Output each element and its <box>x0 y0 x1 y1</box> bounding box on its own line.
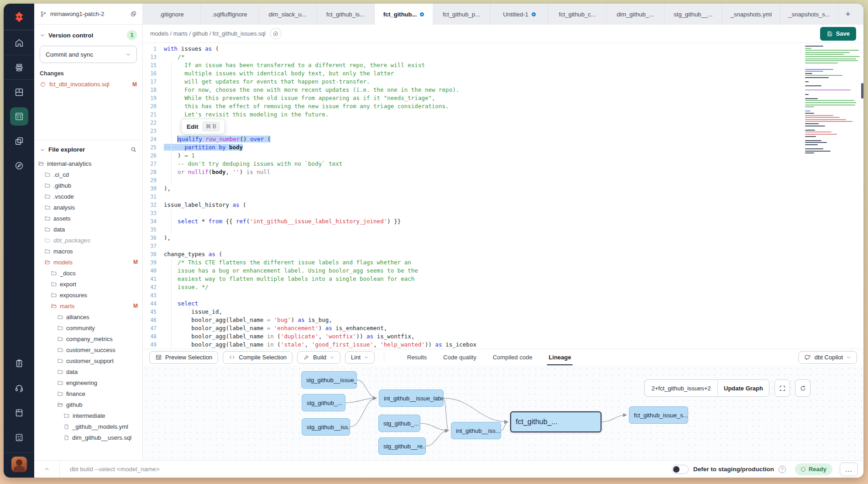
line-number[interactable]: 37 <box>143 242 157 250</box>
file-tree-item[interactable]: github <box>38 399 142 410</box>
line-number[interactable]: 21 <box>143 110 157 119</box>
changed-file-item[interactable]: fct_dbt_invocations.sqlM <box>40 81 137 88</box>
editor-tab[interactable]: fct_github_p... <box>433 4 491 25</box>
explore-compass-icon[interactable] <box>4 153 34 178</box>
collapse-command-bar-button[interactable] <box>34 461 60 478</box>
help-question-icon[interactable]: ? <box>779 466 786 473</box>
line-number[interactable]: 48 <box>143 332 157 341</box>
file-tree-item[interactable]: .github <box>38 180 142 191</box>
keyboard-card-icon[interactable] <box>4 425 34 450</box>
lineage-node[interactable]: stg_github_... <box>302 394 345 411</box>
line-number[interactable]: 44 <box>143 300 157 308</box>
search-icon[interactable] <box>130 146 137 153</box>
projects-icon[interactable] <box>4 55 34 79</box>
home-icon[interactable] <box>4 30 34 55</box>
new-tab-button[interactable]: + <box>838 4 858 25</box>
defer-toggle[interactable] <box>672 465 689 474</box>
user-avatar[interactable] <box>11 457 27 472</box>
file-tree-item[interactable]: dbt_packages <box>38 235 142 246</box>
editor-tab[interactable]: .gitignore <box>143 4 201 25</box>
editor-tab[interactable]: dim_slack_u... <box>259 4 317 25</box>
docs-book-icon[interactable] <box>4 400 34 425</box>
minimap[interactable] <box>805 46 860 155</box>
editor-tab[interactable]: fct_github... <box>375 4 433 25</box>
file-tree-item[interactable]: assets <box>38 213 142 224</box>
windows-icon[interactable] <box>4 129 34 153</box>
copy-branch-icon[interactable] <box>130 11 137 17</box>
line-number[interactable]: 17 <box>143 78 157 86</box>
more-options-button[interactable]: ... <box>840 463 858 476</box>
file-tree-item[interactable]: data <box>38 224 142 235</box>
chevron-down-icon[interactable] <box>40 32 45 38</box>
file-tree-item[interactable]: modelsM <box>38 257 142 268</box>
line-number[interactable]: 43 <box>143 291 157 300</box>
ide-code-icon[interactable] <box>4 104 34 129</box>
file-tree-item[interactable]: customer_support <box>38 355 142 366</box>
line-number[interactable]: 42 <box>143 283 157 291</box>
lint-button[interactable]: Lint <box>345 351 375 364</box>
lineage-node[interactable]: fct_github_issue_s... <box>629 406 688 424</box>
commit-and-sync-button[interactable]: Commit and sync <box>40 46 137 63</box>
panel-tab-lineage[interactable]: Lineage <box>549 349 571 366</box>
file-tree-item[interactable]: intermediate <box>38 410 142 421</box>
line-number[interactable]: 29 <box>143 176 157 184</box>
line-number[interactable]: 41 <box>143 275 157 283</box>
dbt-copilot-button[interactable]: dbt Copilot <box>798 351 857 364</box>
compile-selection-button[interactable]: Compile Selection <box>223 351 293 364</box>
line-number[interactable]: 33 <box>143 209 157 217</box>
line-number[interactable]: 38 <box>143 250 157 258</box>
file-tree-item[interactable]: finance <box>38 388 142 399</box>
line-number[interactable]: 27 <box>143 160 157 168</box>
line-number[interactable]: 35 <box>143 226 157 234</box>
file-tree-item[interactable]: engineering <box>38 377 142 388</box>
line-number[interactable]: 49 <box>143 341 157 349</box>
save-button[interactable]: Save <box>820 27 856 41</box>
file-tree-item[interactable]: martsM <box>38 300 142 311</box>
editor-tab[interactable]: fct_github_c... <box>549 4 607 25</box>
file-tree-item[interactable]: analysis <box>38 202 142 213</box>
line-number[interactable]: 13 <box>143 53 157 61</box>
line-number[interactable]: 1 <box>143 45 157 53</box>
editor-tab[interactable]: _snapshots.yml <box>722 4 780 25</box>
refresh-button[interactable] <box>795 379 810 397</box>
line-number[interactable]: 20 <box>143 102 157 110</box>
support-headset-icon[interactable] <box>4 376 34 400</box>
panel-tab-results[interactable]: Results <box>407 349 427 366</box>
open-in-explore-button[interactable] <box>270 28 282 39</box>
file-tree-item[interactable]: data <box>38 366 142 377</box>
editor-scrollbar-thumb[interactable] <box>861 83 863 99</box>
update-graph-button[interactable]: Update Graph <box>718 380 769 396</box>
apps-grid-icon[interactable] <box>4 79 34 104</box>
lineage-node[interactable]: int_github__issue_labe... <box>379 389 444 407</box>
line-number[interactable]: 32 <box>143 201 157 209</box>
line-number[interactable]: 47 <box>143 324 157 332</box>
lineage-node[interactable]: stg_github_... <box>378 415 420 432</box>
dbt-command-input[interactable]: dbt build --select <model_name> <box>70 466 672 473</box>
dbt-logo[interactable] <box>4 4 34 30</box>
lineage-node[interactable]: stg_github__issue_... <box>301 371 357 389</box>
file-tree-item[interactable]: macros <box>38 246 142 257</box>
line-number[interactable]: 28 <box>143 168 157 176</box>
lineage-node[interactable]: stg_github__re... <box>378 437 426 455</box>
line-number[interactable]: 34 <box>143 217 157 226</box>
line-number[interactable]: 18 <box>143 86 157 94</box>
panel-tab-compiled-code[interactable]: Compiled code <box>493 349 533 366</box>
edit-shortcut-widget[interactable]: Edit ⌘ B <box>181 119 225 134</box>
file-tree-item[interactable]: export <box>38 279 142 289</box>
editor-tab[interactable]: stg_github__... <box>664 4 722 25</box>
line-number[interactable]: 46 <box>143 316 157 324</box>
line-number[interactable]: 23 <box>143 127 157 135</box>
checklist-icon[interactable] <box>4 351 34 376</box>
lineage-node[interactable]: int_github__iss... <box>451 422 501 439</box>
line-number[interactable]: 26 <box>143 152 157 160</box>
file-tree-item[interactable]: customer_success <box>38 344 142 355</box>
line-number[interactable]: 45 <box>143 308 157 316</box>
file-tree-item[interactable]: exposures <box>38 289 142 300</box>
build-button[interactable]: Build <box>297 351 340 364</box>
file-tree-item[interactable]: community <box>38 322 142 333</box>
line-number[interactable]: 30 <box>143 184 157 193</box>
file-tree-item[interactable]: _docs <box>38 268 142 279</box>
line-number[interactable]: 15 <box>143 61 157 69</box>
line-number[interactable]: 24 <box>143 135 157 143</box>
line-number[interactable]: 31 <box>143 193 157 201</box>
